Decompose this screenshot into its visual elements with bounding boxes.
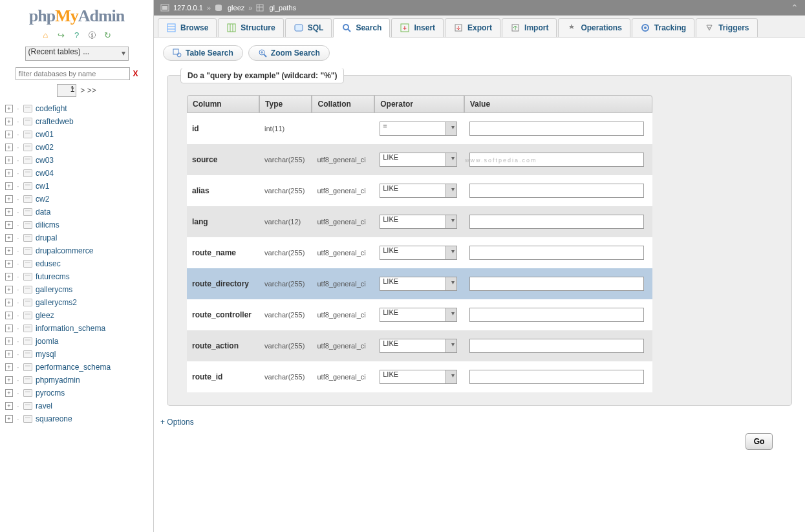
operator-select[interactable]: LIKE <box>380 339 457 353</box>
operator-select[interactable]: LIKE <box>380 215 457 229</box>
db-item[interactable]: + · pyrocms <box>5 387 148 399</box>
expand-icon[interactable]: + <box>5 312 13 319</box>
tab-sql[interactable]: SQL <box>285 18 332 37</box>
expand-icon[interactable]: + <box>5 363 13 371</box>
subtab-table-search[interactable]: Table Search <box>163 45 243 61</box>
search-row: source varchar(255) utf8_general_ci LIKE <box>187 144 652 175</box>
expand-icon[interactable]: + <box>5 118 13 125</box>
home-icon[interactable]: ⌂ <box>41 30 51 40</box>
operator-select[interactable]: = <box>380 122 457 136</box>
logout-icon[interactable]: ↪ <box>56 30 67 40</box>
db-item[interactable]: + · drupal <box>5 231 148 244</box>
db-item[interactable]: + · cw2 <box>5 193 148 206</box>
expand-icon[interactable]: + <box>5 350 13 358</box>
expand-icon[interactable]: + <box>5 144 13 151</box>
tab-export[interactable]: Export <box>445 18 500 37</box>
operator-select[interactable]: LIKE <box>380 184 457 198</box>
breadcrumb-table[interactable]: gl_paths <box>269 4 296 12</box>
expand-icon[interactable]: + <box>5 325 13 332</box>
db-item[interactable]: + · gleez <box>5 309 148 322</box>
tab-structure[interactable]: Structure <box>218 18 283 37</box>
expand-icon[interactable]: + <box>5 286 13 293</box>
operator-select[interactable]: LIKE <box>380 153 457 167</box>
value-input[interactable] <box>469 246 644 260</box>
db-item[interactable]: + · craftedweb <box>5 115 148 128</box>
value-input[interactable] <box>469 339 644 353</box>
expand-icon[interactable]: + <box>5 208 13 216</box>
db-item[interactable]: + · information_schema <box>5 322 148 335</box>
tab-operations[interactable]: Operations <box>558 18 630 37</box>
recent-tables-select[interactable]: (Recent tables) ... <box>25 47 129 61</box>
db-item[interactable]: + · cw01 <box>5 128 148 141</box>
options-link[interactable]: + Options <box>160 418 194 427</box>
expand-icon[interactable]: + <box>5 156 13 164</box>
expand-icon[interactable]: + <box>5 195 13 203</box>
go-button[interactable]: Go <box>746 433 773 450</box>
expand-icon[interactable]: + <box>5 169 13 177</box>
operator-select[interactable]: LIKE <box>380 308 457 322</box>
db-item[interactable]: + · cw02 <box>5 141 148 154</box>
expand-icon[interactable]: + <box>5 105 13 112</box>
db-item[interactable]: + · gallerycms <box>5 283 148 296</box>
db-item[interactable]: + · data <box>5 206 148 218</box>
expand-icon[interactable]: + <box>5 260 13 268</box>
collapse-icon[interactable]: ⌃ <box>791 3 799 13</box>
db-item[interactable]: + · drupalcommerce <box>5 244 148 257</box>
db-item[interactable]: + · ravel <box>5 399 148 412</box>
reload-icon[interactable]: ↻ <box>103 30 113 40</box>
expand-icon[interactable]: + <box>5 299 13 306</box>
db-item[interactable]: + · codefight <box>5 102 148 115</box>
subtab-zoom-search[interactable]: Zoom Search <box>248 45 330 61</box>
db-item[interactable]: + · performance_schema <box>5 361 148 374</box>
db-item[interactable]: + · futurecms <box>5 270 148 283</box>
db-label: joomla <box>36 337 58 346</box>
breadcrumb-database[interactable]: gleez <box>228 4 244 12</box>
expand-icon[interactable]: + <box>5 221 13 229</box>
operator-select[interactable]: LIKE <box>380 246 457 260</box>
breadcrumb-server[interactable]: 127.0.0.1 <box>173 4 203 12</box>
operator-select[interactable]: LIKE <box>380 277 457 291</box>
value-input[interactable] <box>469 184 644 198</box>
expand-icon[interactable]: + <box>5 337 13 345</box>
tab-browse[interactable]: Browse <box>158 18 217 37</box>
cell-type: varchar(255) <box>259 330 312 361</box>
db-item[interactable]: + · squareone <box>5 412 148 425</box>
db-item[interactable]: + · mysql <box>5 348 148 361</box>
expand-icon[interactable]: + <box>5 273 13 281</box>
tab-search[interactable]: Search <box>333 18 390 37</box>
db-item[interactable]: + · cw1 <box>5 180 148 193</box>
filter-clear-button[interactable]: X <box>133 69 138 78</box>
value-input[interactable] <box>469 370 644 384</box>
tab-insert[interactable]: +Insert <box>391 18 444 37</box>
expand-icon[interactable]: + <box>5 234 13 242</box>
expand-icon[interactable]: + <box>5 376 13 384</box>
db-item[interactable]: + · phpmyadmin <box>5 374 148 387</box>
page-next-button[interactable]: > >> <box>80 86 96 95</box>
svg-line-27 <box>264 54 266 57</box>
help-icon[interactable]: ? <box>72 30 82 40</box>
expand-icon[interactable]: + <box>5 389 13 397</box>
docs-icon[interactable]: 🛈 <box>87 30 98 40</box>
db-item[interactable]: + · joomla <box>5 335 148 348</box>
db-item[interactable]: + · dilicms <box>5 218 148 231</box>
tab-tracking[interactable]: Tracking <box>632 18 694 37</box>
db-item[interactable]: + · cw03 <box>5 154 148 167</box>
tab-triggers[interactable]: Triggers <box>696 18 757 37</box>
value-input[interactable] <box>469 215 644 229</box>
expand-icon[interactable]: + <box>5 402 13 410</box>
tab-import[interactable]: Import <box>502 18 557 37</box>
value-input[interactable] <box>469 308 644 322</box>
filter-databases-input[interactable] <box>16 67 131 80</box>
expand-icon[interactable]: + <box>5 247 13 255</box>
value-input[interactable] <box>469 122 644 136</box>
expand-icon[interactable]: + <box>5 182 13 190</box>
value-input[interactable] <box>469 153 644 167</box>
page-select[interactable]: 1 <box>57 84 76 97</box>
operator-select[interactable]: LIKE <box>380 370 457 384</box>
expand-icon[interactable]: + <box>5 131 13 138</box>
value-input[interactable] <box>469 277 644 291</box>
db-item[interactable]: + · cw04 <box>5 167 148 180</box>
expand-icon[interactable]: + <box>5 415 13 423</box>
db-item[interactable]: + · edusec <box>5 257 148 270</box>
db-item[interactable]: + · gallerycms2 <box>5 296 148 309</box>
